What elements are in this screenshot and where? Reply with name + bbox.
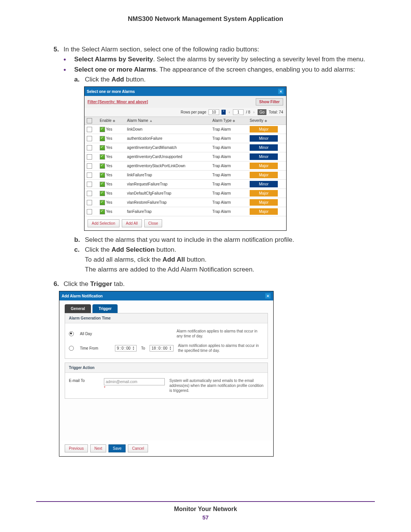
alarm-name-cell: agentInventoryCardMismatch (125, 143, 210, 152)
spinner-icon[interactable]: ▲▼ (132, 346, 135, 350)
required-icon: * (104, 385, 165, 390)
save-button[interactable]: Save (108, 444, 126, 452)
go-button[interactable]: Go (258, 109, 266, 115)
alarm-name-cell: vlanRequestFailureTrap (125, 180, 210, 189)
alarm-name-cell: linkFailureTrap (125, 171, 210, 180)
enable-checkbox[interactable] (100, 136, 105, 141)
step-a: Click the Add button. (85, 76, 375, 83)
alarm-name-cell: authenticationFailure (125, 134, 210, 143)
dropdown-icon[interactable]: ˅ (221, 110, 226, 115)
enable-checkbox[interactable] (100, 182, 105, 187)
row-checkbox[interactable] (87, 209, 92, 214)
row-checkbox[interactable] (87, 200, 92, 205)
next-button[interactable]: Next (90, 444, 107, 452)
select-all-checkbox[interactable] (87, 118, 92, 123)
spinner-icon[interactable]: ▲▼ (169, 346, 172, 350)
pagination-bar: Rows per page 10 ˅ ‹ 1 / 8 › Go Total: 7… (84, 108, 286, 117)
enable-value: Yes (106, 155, 112, 159)
all-day-label: All Day (80, 331, 110, 336)
enable-checkbox[interactable] (100, 154, 105, 160)
col-severity[interactable]: Severity ◆ (247, 117, 286, 125)
close-icon[interactable]: × (278, 88, 284, 94)
alarm-name-cell: fanFailureTrap (125, 207, 210, 216)
previous-button[interactable]: Previous (65, 444, 88, 452)
cancel-button[interactable]: Cancel (128, 444, 148, 452)
row-checkbox[interactable] (87, 154, 92, 160)
enable-checkbox[interactable] (100, 163, 105, 169)
row-checkbox[interactable] (87, 145, 92, 150)
enable-value: Yes (106, 200, 112, 204)
alarm-name-cell: linkDown (125, 125, 210, 134)
time-from-input[interactable]: 9:0:00 ▲▼ (115, 345, 137, 351)
enable-checkbox[interactable] (100, 191, 105, 196)
enable-value: Yes (106, 127, 112, 131)
time-to-input[interactable]: 18:0:00 ▲▼ (150, 345, 173, 351)
alarm-type-cell: Trap Alarm (210, 171, 247, 180)
add-alarm-notification-dialog: Add Alarm Notification × General Trigger… (59, 291, 274, 457)
show-filter-button[interactable]: Show Filter (256, 98, 283, 105)
table-row[interactable]: YesagentInventoryCardMismatchTrap AlarmM… (84, 143, 286, 152)
bullet-2: Select one or more Alarms. The appearanc… (74, 66, 375, 73)
enable-checkbox[interactable] (100, 209, 105, 214)
step-b-marker: b. (74, 236, 85, 244)
alarm-type-cell: Trap Alarm (210, 125, 247, 134)
all-day-hint: Alarm notification applies to alarms tha… (177, 329, 264, 339)
rows-per-page-value[interactable]: 10 (209, 109, 219, 115)
footer-title: Monitor Your Network (36, 506, 375, 513)
col-alarm-type[interactable]: Alarm Type ◆ (210, 117, 247, 125)
table-row[interactable]: YesauthenticationFailureTrap AlarmMinor (84, 134, 286, 143)
row-checkbox[interactable] (87, 191, 92, 196)
table-row[interactable]: YesagentInventoryCardUnsupportedTrap Ala… (84, 152, 286, 161)
row-checkbox[interactable] (87, 127, 92, 132)
table-row[interactable]: YesvlanDefaultCfgFailureTrapTrap AlarmMa… (84, 189, 286, 198)
bullet-2-text: . The appearance of the screen changes, … (156, 66, 355, 73)
filter-link[interactable]: Filter:[Severity: Minor and above] (88, 99, 148, 104)
col-alarm-name[interactable]: Alarm Name ▲ (125, 117, 210, 125)
step-a-marker: a. (74, 76, 85, 83)
table-row[interactable]: YeslinkDownTrap AlarmMajor (84, 125, 286, 134)
email-to-input[interactable]: admin@email.com (104, 378, 165, 385)
add-all-button[interactable]: Add All (122, 219, 142, 227)
email-to-label: E-mail To (69, 378, 99, 383)
table-row[interactable]: YesagentInventoryStackPortLinkDownTrap A… (84, 161, 286, 171)
bullet-dot-icon: • (64, 56, 74, 64)
enable-value: Yes (106, 191, 112, 195)
alarm-type-cell: Trap Alarm (210, 161, 247, 171)
page-current[interactable]: 1 (233, 109, 244, 115)
enable-checkbox[interactable] (100, 200, 105, 205)
table-row[interactable]: YeslinkFailureTrapTrap AlarmMajor (84, 171, 286, 180)
table-row[interactable]: YesvlanRestoreFailureTrapTrap AlarmMajor (84, 198, 286, 207)
enable-checkbox[interactable] (100, 173, 105, 178)
step-6-marker: 6. (36, 280, 64, 288)
time-range-hint: Alarm notification applies to alarms tha… (178, 343, 264, 353)
radio-all-day[interactable] (69, 331, 75, 336)
alarm-name-cell: vlanRestoreFailureTrap (125, 198, 210, 207)
row-checkbox[interactable] (87, 173, 92, 178)
bullet-1: Select Alarms by Severity. Select the al… (74, 56, 375, 64)
prev-page-icon[interactable]: ‹ (228, 110, 231, 115)
row-checkbox[interactable] (87, 163, 92, 169)
close-icon[interactable]: × (265, 293, 271, 299)
panel-trigger-action-header: Trigger Action (65, 363, 268, 373)
tab-trigger[interactable]: Trigger (92, 304, 118, 313)
radio-time-from[interactable] (69, 345, 75, 351)
row-checkbox[interactable] (87, 136, 92, 141)
tab-general[interactable]: General (65, 304, 91, 313)
severity-badge: Major (250, 126, 278, 133)
enable-value: Yes (106, 173, 112, 177)
panel-alarm-time-header: Alarm Generation Time (65, 313, 268, 323)
col-enable[interactable]: Enable ◆ (97, 117, 125, 125)
add-selection-button[interactable]: Add Selection (88, 219, 119, 227)
alarm-type-cell: Trap Alarm (210, 143, 247, 152)
bullet-1-text: . Select the alarms by severity by selec… (153, 56, 365, 63)
row-checkbox[interactable] (87, 182, 92, 187)
severity-badge: Major (250, 208, 278, 215)
enable-checkbox[interactable] (100, 145, 105, 150)
next-page-icon[interactable]: › (253, 110, 255, 115)
severity-badge: Major (250, 190, 278, 197)
table-row[interactable]: YesvlanRequestFailureTrapTrap AlarmMinor (84, 180, 286, 189)
table-row[interactable]: YesfanFailureTrapTrap AlarmMajor (84, 207, 286, 216)
enable-checkbox[interactable] (100, 127, 105, 132)
step-b-text: Select the alarms that you want to inclu… (85, 236, 375, 244)
close-button[interactable]: Close (144, 219, 162, 227)
